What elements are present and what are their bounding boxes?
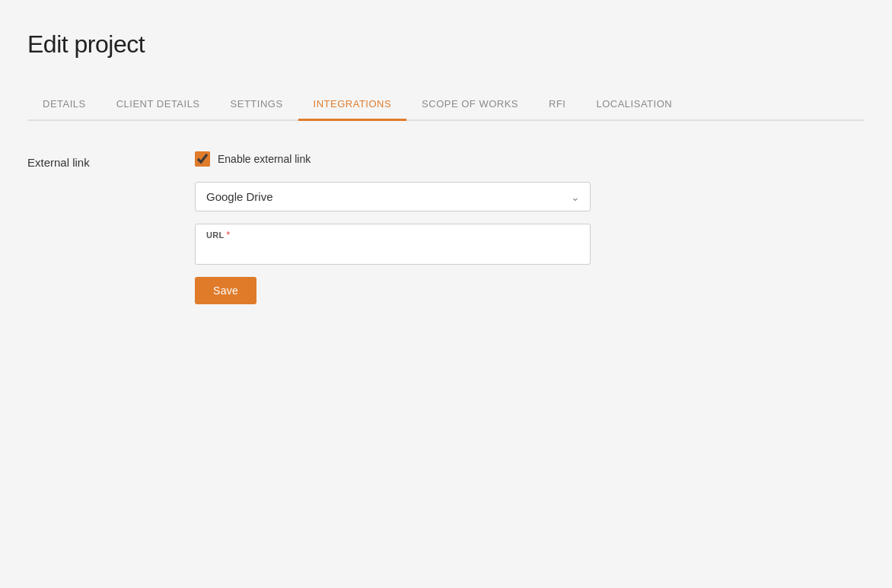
enable-external-link-label[interactable]: Enable external link [218, 153, 311, 165]
url-input[interactable] [206, 243, 579, 256]
url-label: URL [206, 230, 225, 240]
drive-select[interactable]: Google Drive Dropbox OneDrive Box [195, 182, 591, 211]
tab-rfi[interactable]: RFI [534, 89, 581, 121]
url-required-star: * [227, 230, 231, 240]
page-container: Edit project DETAILS CLIENT DETAILS SETT… [0, 0, 892, 588]
content-area: External link Enable external link Googl… [27, 151, 865, 304]
tab-client-details[interactable]: CLIENT DETAILS [101, 89, 215, 121]
tab-settings[interactable]: SETTINGS [215, 89, 298, 121]
tabs-nav: DETAILS CLIENT DETAILS SETTINGS INTEGRAT… [27, 89, 865, 121]
save-button[interactable]: Save [195, 277, 256, 304]
external-link-section-label: External link [27, 151, 195, 304]
page-title: Edit project [27, 30, 865, 59]
url-input-group: URL * [195, 224, 591, 265]
tab-scope-of-works[interactable]: SCOPE OF WORKS [406, 89, 534, 121]
url-label-row: URL * [206, 230, 579, 240]
enable-external-link-checkbox[interactable] [195, 151, 210, 167]
tab-details[interactable]: DETAILS [27, 89, 101, 121]
tab-localisation[interactable]: LOCALISATION [581, 89, 687, 121]
drive-select-wrapper: Google Drive Dropbox OneDrive Box ⌄ [195, 182, 591, 211]
section-fields: Enable external link Google Drive Dropbo… [195, 151, 591, 304]
tab-integrations[interactable]: INTEGRATIONS [298, 89, 407, 121]
enable-external-link-row: Enable external link [195, 151, 591, 167]
